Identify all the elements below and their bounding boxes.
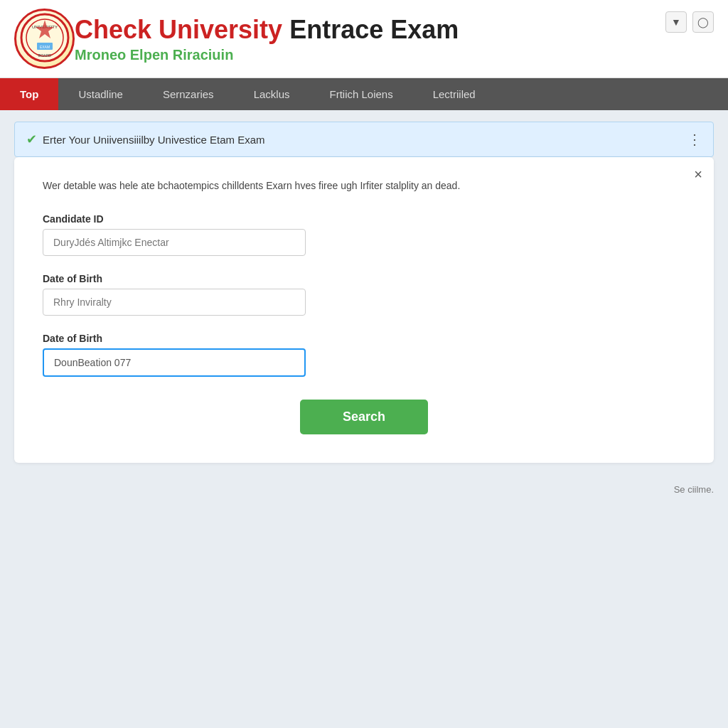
form-card: × Wer detable was hele ate bchaotempics … [14, 157, 714, 463]
header-icons: ▼ ◯ [665, 11, 714, 33]
date-of-birth-label-2: Date of Birth [43, 333, 685, 344]
nav-item-frtiich[interactable]: Frtiich Loiens [309, 78, 412, 110]
alert-bar: ✔ Erter Your Uniivensiiilby Univestice E… [14, 122, 714, 157]
nav-item-lacklus[interactable]: Lacklus [234, 78, 310, 110]
date-of-birth-group-1: Date of Birth [43, 273, 685, 316]
title-black-part: Entrace Exam [289, 15, 459, 44]
navbar: Top Ustadline Sernzaries Lacklus Frtiich… [0, 78, 728, 110]
check-icon: ✔ [26, 132, 37, 147]
svg-text:BOARD: BOARD [38, 53, 51, 58]
svg-text:EXAM: EXAM [39, 45, 49, 49]
form-description: Wer detable was hele ate bchaotempics ch… [43, 178, 685, 193]
nav-item-ustadline[interactable]: Ustadline [58, 78, 143, 110]
footer-note-text: Se ciilme. [674, 484, 714, 495]
candidate-id-input[interactable] [43, 229, 306, 256]
more-options-icon[interactable]: ⋮ [687, 131, 702, 148]
page-header: UNIVERSITY EXAM BOARD Check University E… [0, 0, 728, 78]
alert-bar-left: ✔ Erter Your Uniivensiiilby Univestice E… [26, 132, 265, 147]
candidate-id-label: Candidate ID [43, 213, 685, 225]
nav-item-sernzaries[interactable]: Sernzaries [143, 78, 234, 110]
header-subtitle: Mroneo Elpen Riraciuin [75, 47, 459, 63]
header-text-block: Check University Entrace Exam Mroneo Elp… [75, 14, 459, 63]
date-of-birth-group-2: Date of Birth [43, 333, 685, 377]
university-logo: UNIVERSITY EXAM BOARD [14, 9, 75, 69]
title-red-part: Check University [75, 15, 289, 44]
search-btn-wrapper: Search [43, 400, 685, 434]
nav-item-top[interactable]: Top [0, 78, 58, 110]
candidate-id-group: Candidate ID [43, 213, 685, 256]
nav-item-lectriiled[interactable]: Lectriiled [413, 78, 496, 110]
date-of-birth-input-2[interactable] [43, 348, 306, 377]
download-icon[interactable]: ▼ [665, 11, 687, 33]
main-content: ✔ Erter Your Uniivensiiilby Univestice E… [0, 110, 728, 474]
header-title: Check University Entrace Exam [75, 14, 459, 45]
alert-text: Erter Your Uniivensiiilby Univestice Eta… [43, 134, 265, 146]
search-button[interactable]: Search [300, 400, 428, 434]
account-icon[interactable]: ◯ [692, 11, 714, 33]
footer-note: Se ciilme. [0, 474, 728, 500]
close-button[interactable]: × [694, 167, 702, 181]
date-of-birth-input-1[interactable] [43, 289, 306, 316]
date-of-birth-label-1: Date of Birth [43, 273, 685, 284]
